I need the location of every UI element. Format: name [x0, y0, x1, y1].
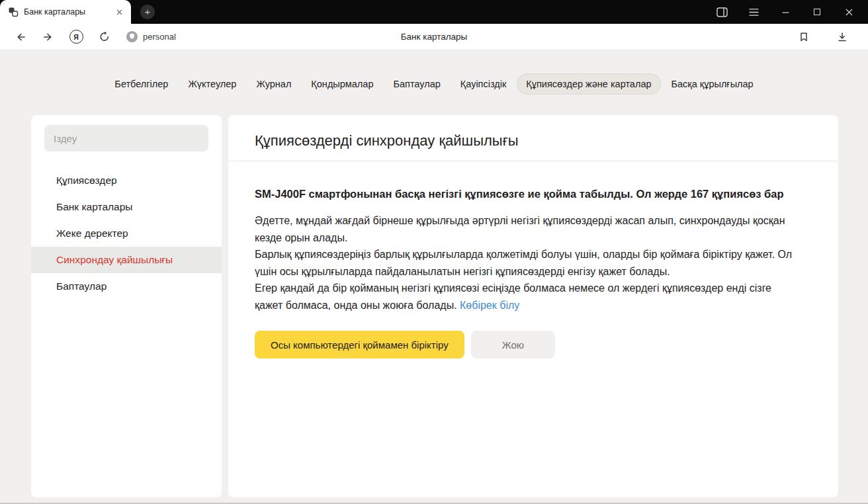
close-icon [846, 9, 853, 16]
minimize-button[interactable] [774, 3, 797, 21]
sidebar-item-personal-data[interactable]: Жеке деректер [31, 220, 222, 247]
sidebar-item-bank-cards[interactable]: Банк карталары [31, 194, 222, 220]
main-body: SM-J400F смартфонынан басқа негізгі құпи… [228, 161, 838, 358]
new-tab-button[interactable]: + [140, 5, 155, 19]
sidebar: Құпиясөздер Банк карталары Жеке деректер… [31, 115, 222, 497]
side-panel-icon [716, 7, 728, 17]
sidebar-item-sync-conflict[interactable]: Синхрондау қайшылығы [31, 247, 222, 273]
download-icon [837, 32, 847, 42]
minimize-icon [782, 9, 789, 16]
page-favicon-icon [8, 7, 19, 17]
nav-tab-other-devices[interactable]: Басқа құрылғылар [663, 74, 762, 94]
browser-menu-button[interactable] [742, 3, 765, 21]
toolbar-page-title: Банк карталары [401, 32, 468, 42]
forward-button[interactable] [38, 27, 59, 47]
download-button[interactable] [832, 27, 853, 47]
menu-icon [749, 8, 759, 17]
sidebar-item-settings[interactable]: Баптаулар [31, 273, 222, 300]
nav-tab-passwords-cards[interactable]: Құпиясөздер және карталар [517, 74, 660, 94]
sidebar-item-passwords[interactable]: Құпиясөздер [31, 167, 222, 194]
nav-tab-extensions[interactable]: Қондырмалар [302, 74, 382, 94]
paragraph-3: Егер қандай да бір қойманың негізгі құпи… [255, 280, 800, 314]
shield-icon [126, 30, 138, 43]
nav-tab-settings[interactable]: Баптаулар [384, 74, 449, 94]
window-titlebar: Банк карталары + [0, 0, 868, 24]
yandex-logo-button[interactable]: Я [65, 27, 87, 47]
delete-button[interactable]: Жою [471, 331, 555, 358]
yandex-logo-icon: Я [69, 30, 83, 44]
forward-arrow-icon [42, 31, 54, 43]
merge-button[interactable]: Осы компьютердегі қоймамен біріктіру [255, 331, 464, 358]
main-header: Құпиясөздерді синхрондау қайшылығы [228, 115, 838, 150]
sidebar-menu: Құпиясөздер Банк карталары Жеке деректер… [31, 167, 222, 300]
nav-tab-downloads[interactable]: Жүктеулер [179, 74, 245, 94]
bookmark-icon [799, 32, 809, 42]
close-window-button[interactable] [838, 3, 860, 21]
content-cards: Құпиясөздер Банк карталары Жеке деректер… [31, 115, 838, 497]
conflict-heading: SM-J400F смартфонынан басқа негізгі құпи… [255, 185, 800, 203]
window-controls [711, 0, 868, 24]
learn-more-link[interactable]: Көбірек білу [460, 300, 519, 311]
maximize-button[interactable] [806, 3, 828, 21]
paragraph-2: Барлық құпиясөздеріңіз барлық құрылғылар… [255, 246, 800, 280]
refresh-button[interactable] [93, 27, 114, 47]
protect-badge[interactable]: personal [126, 30, 176, 43]
refresh-icon [99, 31, 110, 42]
toolbar-right [790, 27, 861, 47]
nav-tab-bookmarks[interactable]: Бетбелгілер [106, 74, 177, 94]
settings-nav: Бетбелгілер Жүктеулер Журнал Қондырмалар… [0, 74, 868, 94]
close-icon [116, 9, 122, 15]
browser-toolbar: Я personal Банк карталары [0, 24, 868, 50]
nav-tab-history[interactable]: Журнал [247, 74, 300, 94]
page-title: Құпиясөздерді синхрондау қайшылығы [255, 132, 817, 150]
paragraph-1: Әдетте, мұндай жағдай бірнеше құрылғыда … [255, 212, 800, 246]
tab-title: Банк карталары [24, 7, 107, 17]
tab-close-button[interactable] [112, 5, 126, 19]
nav-tab-security[interactable]: Қауіпсіздік [452, 74, 515, 94]
search-input[interactable] [44, 125, 208, 151]
main-panel: Құпиясөздерді синхрондау қайшылығы SM-J4… [228, 115, 838, 497]
action-buttons: Осы компьютердегі қоймамен біріктіру Жою [255, 331, 800, 358]
side-panel-button[interactable] [711, 3, 733, 21]
maximize-icon [814, 9, 820, 15]
plus-icon: + [145, 7, 151, 17]
yandex-letter: Я [73, 33, 79, 41]
protect-label: personal [143, 32, 176, 42]
bookmark-button[interactable] [793, 27, 814, 47]
back-button[interactable] [10, 27, 31, 47]
settings-page: Бетбелгілер Жүктеулер Журнал Қондырмалар… [0, 50, 868, 504]
back-arrow-icon [15, 31, 26, 43]
browser-tab[interactable]: Банк карталары [0, 0, 131, 24]
